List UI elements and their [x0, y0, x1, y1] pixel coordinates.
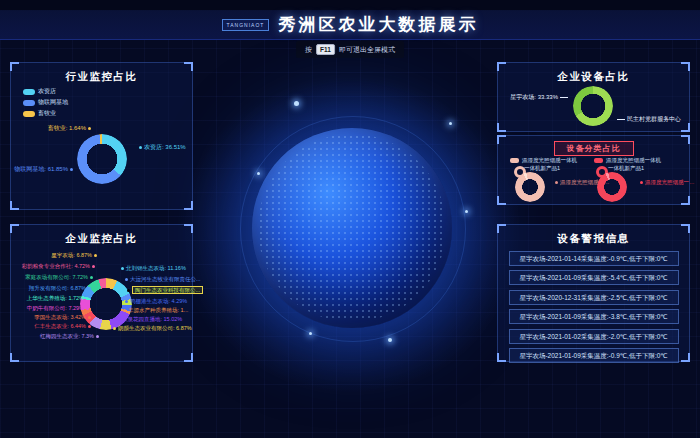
panel-enterprise-device: 企业设备占比 星宇农场: 33.33% 民主村党群服务中心 [497, 62, 690, 132]
chart-label: 星宇农场: 6.87% [27, 252, 99, 259]
legend-label: 一体机新产品1 [524, 165, 560, 172]
panel-device-alarms: 设备警报信息 星宇农场-2021-01-14采集温度:-0.9℃,低于下限:0℃… [497, 224, 690, 362]
corner-accent [10, 62, 19, 71]
corner-accent [10, 224, 19, 233]
corner-accent [10, 201, 19, 210]
panel-title: 企业设备占比 [498, 63, 689, 84]
legend-label: 物联网基地 [38, 98, 68, 107]
chart-label: 大运河生态牧业有限责任公... [123, 276, 201, 283]
chart-label: 彩韵粮食专业合作社: 4.72% [13, 263, 97, 270]
corner-accent [681, 135, 690, 144]
corner-accent [184, 353, 193, 362]
chart-label: 畜牧业: 1.64% [31, 125, 93, 133]
glow-dot [465, 210, 468, 213]
alarm-row: 星宇农场-2021-01-09采集温度:-5.4℃,低于下限:0℃ [509, 270, 679, 285]
chart-label: 鸭棚港生态农场: 4.29% [123, 298, 187, 305]
corner-accent [184, 224, 193, 233]
chart-label: 仁丰生态农业: 6.44% [25, 323, 93, 330]
chart-label: 民主村党群服务中心 [617, 116, 681, 124]
legend-item-device-1[interactable]: 温湿度光照烟感一体机 [510, 157, 577, 164]
legend-label: 农资店 [38, 87, 56, 96]
chart-label: 物联网基地: 61.85% [13, 166, 75, 174]
dashboard-stage: TANGNIAOT 秀洲区农业大数据展示 按 F11 即可退出全屏模式 行业监控… [0, 0, 700, 438]
panel-title: 行业监控占比 [11, 63, 192, 84]
device-donut-chart[interactable] [573, 86, 613, 126]
chart-label: 温湿度光照烟感一… [638, 179, 695, 186]
alarm-row: 星宇农场-2020-12-31采集温度:-2.5℃,低于下限:0℃ [509, 290, 679, 305]
corner-accent [681, 353, 690, 362]
glow-dot [294, 101, 299, 106]
legend-label: 温湿度光照烟感一体机 [606, 157, 661, 164]
chart-label: 翔升发有限公司: 6.87% [19, 285, 93, 292]
globe-visualization[interactable] [252, 128, 452, 328]
alarm-row: 星宇农场-2021-01-02采集温度:-2.0℃,低于下限:0℃ [509, 329, 679, 344]
legend-label: 温湿度光照烟感一体机 [522, 157, 577, 164]
chart-label: 中奶牛有限公司: 7.29% [17, 305, 91, 312]
panel-title: 设备警报信息 [498, 225, 689, 246]
chart-label: 红梅园生态农业: 7.3% [33, 333, 101, 340]
panel-enterprise-monitor: 企业监控占比 星宇农场: 6.87% 彩韵粮食专业合作社: 4.72% 家庭农场… [10, 224, 193, 362]
corner-accent [681, 62, 690, 71]
chart-label: 瓜泉花园直播地: 15.02% [115, 316, 182, 323]
page-title: 秀洲区农业大数据展示 [278, 13, 478, 36]
glow-dot [449, 122, 452, 125]
corner-accent [10, 353, 19, 362]
alarm-row: 星宇农场-2021-01-14采集温度:-0.9℃,低于下限:0℃ [509, 251, 679, 266]
chart-label: 丰源水产种质养殖场: 1... [121, 307, 188, 314]
corner-accent [681, 196, 690, 205]
legend-swatch [594, 158, 603, 163]
corner-accent [184, 62, 193, 71]
corner-accent [184, 201, 193, 210]
category-donut-chart-2[interactable] [597, 172, 627, 202]
chart-label: 农资店: 36.51% [137, 144, 186, 152]
legend-item-device-2[interactable]: 温湿度光照烟感一体机 [594, 157, 661, 164]
corner-accent [497, 62, 506, 71]
fullscreen-hint: 按 F11 即可退出全屏模式 [296, 41, 404, 58]
header-bar: TANGNIAOT 秀洲区农业大数据展示 [0, 0, 700, 40]
brand: TANGNIAOT 秀洲区农业大数据展示 [222, 13, 479, 36]
legend-swatch [510, 158, 519, 163]
legend-label: 一体机新产品1 [608, 165, 644, 172]
legend-item-xumuye[interactable]: 畜牧业 [23, 109, 56, 118]
corner-accent [497, 353, 506, 362]
legend-item-nongzidian[interactable]: 农资店 [23, 87, 56, 96]
corner-accent [681, 224, 690, 233]
alarm-row: 星宇农场-2021-01-09采集温度:-0.9℃,低于下限:0℃ [509, 348, 679, 363]
legend-item-wulianwang[interactable]: 物联网基地 [23, 98, 68, 107]
corner-accent [497, 196, 506, 205]
glow-dot [257, 172, 260, 175]
highlighted-label: 陶门生态农业科技有限公... [132, 286, 203, 294]
chart-label: 家庭农场有限公司: 7.72% [15, 274, 95, 281]
chart-label: 朗颜生态农业有限公司: 6.87% [111, 325, 192, 332]
glow-dot [309, 332, 312, 335]
legend-swatch [23, 100, 35, 106]
chart-label: 季国生态农场: 3.42% [23, 314, 93, 321]
chart-label: 上华生态养殖场: 1.72% [19, 295, 91, 302]
panel-industry-monitor: 行业监控占比 农资店 物联网基地 畜牧业 畜牧业: 1.64% 农资店: 36.… [10, 62, 193, 210]
corner-accent [497, 135, 506, 144]
alarm-row: 星宇农场-2021-01-09采集温度:-3.8℃,低于下限:0℃ [509, 309, 679, 324]
f11-key-badge: F11 [316, 44, 335, 55]
chart-label: 陶门生态农业科技有限公... [125, 287, 203, 294]
alarm-list: 星宇农场-2021-01-14采集温度:-0.9℃,低于下限:0℃ 星宇农场-2… [498, 251, 689, 364]
legend-swatch [23, 89, 35, 95]
hint-prefix: 按 [305, 45, 312, 55]
logo-badge: TANGNIAOT [222, 19, 270, 31]
glow-dot [388, 338, 392, 342]
panel-device-category: 设备分类占比 温湿度光照烟感一体机 一体机新产品1 温湿度光照烟感一… 温湿度光… [497, 135, 690, 205]
legend-label: 畜牧业 [38, 109, 56, 118]
hint-suffix: 即可退出全屏模式 [339, 45, 395, 55]
corner-accent [681, 123, 690, 132]
industry-donut-chart[interactable] [77, 134, 127, 184]
chart-label: 北刘锦生态农场: 11.16% [119, 265, 186, 272]
category-donut-chart-1[interactable] [515, 172, 545, 202]
corner-accent [497, 224, 506, 233]
corner-accent [497, 123, 506, 132]
legend-swatch [23, 111, 35, 117]
panel-title: 企业监控占比 [11, 225, 192, 246]
chart-label: 星宇农场: 33.33% [506, 94, 568, 102]
panel-title: 设备分类占比 [554, 141, 634, 156]
